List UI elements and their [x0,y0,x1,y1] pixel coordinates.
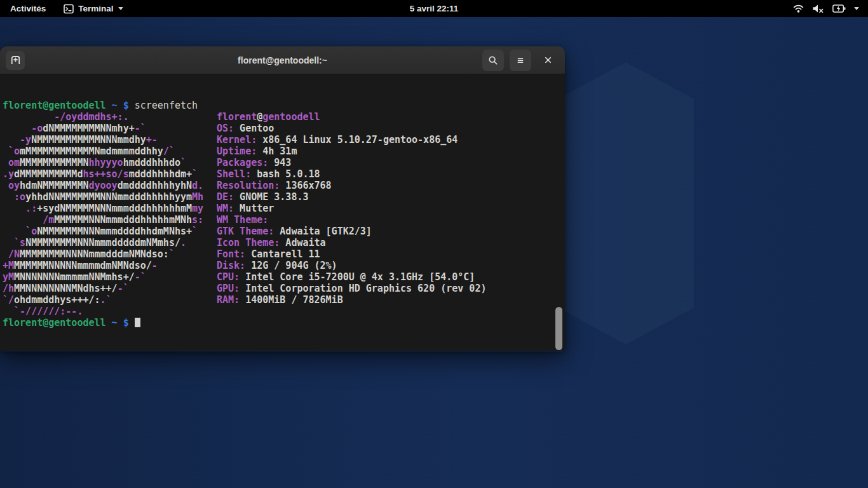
window-titlebar[interactable]: florent@gentoodell:~ [0,46,565,74]
chevron-down-icon [118,7,123,10]
terminal-screen[interactable]: florent@gentoodell ~ $ screenfetch -/oyd… [0,74,565,351]
prompt-symbol: $ [123,100,129,111]
scrollbar-thumb[interactable] [555,307,562,350]
sysinfo-row: Font: Cantarell 11 [217,248,486,260]
prompt-line-command: florent@gentoodell ~ $ screenfetch [3,100,565,111]
sysinfo-row: Uptime: 4h 31m [217,146,486,157]
sysinfo-row: Icon Theme: Adwaita [217,237,486,248]
screen: Activités Terminal 5 avril 22:11 [0,0,868,488]
prompt-symbol: $ [123,317,129,329]
sysinfo-row: WM: Mutter [217,203,486,214]
search-button[interactable] [482,50,504,71]
search-icon [488,55,498,65]
sysinfo-row: GPU: Intel Corporation HD Graphics 620 (… [217,283,486,294]
prompt-user-host: florent@gentoodell [3,100,106,111]
activities-button[interactable]: Activités [0,0,56,17]
sysinfo-row: Packages: 943 [217,157,486,168]
text-cursor [135,318,140,327]
window-title: florent@gentoodell:~ [238,55,327,65]
sysinfo-row: DE: GNOME 3.38.3 [217,191,486,203]
clock-button[interactable]: 5 avril 22:11 [410,0,459,17]
ascii-art-line: `-//////:--. [3,306,565,317]
menu-button[interactable] [510,50,531,71]
typed-command: screenfetch [135,100,198,111]
prompt-user-host: florent@gentoodell [3,317,106,329]
new-tab-button[interactable] [6,51,25,70]
close-button[interactable] [537,50,559,71]
battery-charging-icon [832,4,846,13]
close-icon [543,55,553,65]
prompt-path: ~ [112,100,118,111]
sysinfo-row: Disk: 12G / 904G (2%) [217,260,486,271]
sysinfo-row: OS: Gentoo [217,123,486,134]
sysinfo-row: Shell: bash 5.0.18 [217,168,486,180]
terminal-window: florent@gentoodell:~ [0,46,565,351]
app-menu-terminal[interactable]: Terminal [56,0,130,17]
sysinfo-row: Resolution: 868x488 [217,180,486,191]
wifi-icon [793,4,804,13]
app-menu-label: Terminal [78,4,113,13]
sysinfo-header: florent@gentoodell [217,111,486,123]
sysinfo: florent@gentoodellOS: GentooKernel: x86_… [217,111,486,306]
sysinfo-row: RAM: 1400MiB / 7826MiB [217,294,486,306]
system-status-area[interactable] [784,0,868,17]
prompt-path: ~ [112,317,118,329]
sysinfo-row: WM Theme: [217,214,486,226]
sysinfo-row: GTK Theme: Adwaita [GTK2/3] [217,226,486,237]
chevron-down-icon [854,7,859,10]
terminal-app-icon [64,4,74,14]
sysinfo-row: Kernel: x86_64 Linux 5.10.27-gentoo-x86_… [217,134,486,146]
top-bar: Activités Terminal 5 avril 22:11 [0,0,868,17]
prompt-line-current: florent@gentoodell ~ $ [3,317,565,329]
sysinfo-row: CPU: Intel Core i5-7200U @ 4x 3.1GHz [54… [217,271,486,283]
hamburger-menu-icon [515,55,526,65]
volume-muted-icon [812,4,824,13]
